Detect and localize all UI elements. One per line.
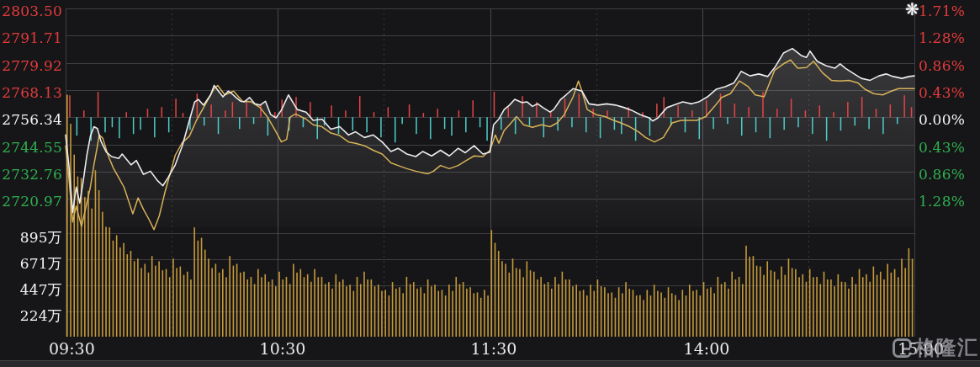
gelonghui-logo-icon <box>893 338 912 358</box>
time-axis-label: 09:30 <box>49 341 95 357</box>
price-axis-label: 2756.34 <box>2 113 62 127</box>
volume-axis-label: 671万 <box>2 257 62 271</box>
pct-axis-label: 0.43% <box>919 86 965 100</box>
gelonghui-watermark-text: 格隆汇 <box>915 334 978 361</box>
price-axis-label: 2791.71 <box>2 31 62 45</box>
price-axis-label: 2744.55 <box>2 141 62 155</box>
price-axis-label: 2720.97 <box>2 194 62 209</box>
chart-canvas[interactable] <box>0 0 980 367</box>
pct-axis-label: 0.43% <box>919 141 965 155</box>
pct-axis-label: 0.00% <box>919 113 965 127</box>
time-axis-label: 11:30 <box>460 341 527 357</box>
gelonghui-watermark: 格隆汇 <box>893 334 978 361</box>
bottom-strip <box>0 360 980 367</box>
price-axis-label: 2779.92 <box>2 59 62 73</box>
price-axis-label: 2803.50 <box>2 4 62 19</box>
time-axis-label: 10:30 <box>249 341 316 357</box>
snowflake-icon: ❋ <box>905 0 919 19</box>
pct-axis-label: 0.86% <box>919 59 965 73</box>
pct-axis-label: 1.71% <box>919 4 965 19</box>
volume-axis-label: 224万 <box>2 309 62 323</box>
pct-axis-label: 0.86% <box>919 168 965 182</box>
price-axis-label: 2732.76 <box>2 168 62 182</box>
volume-axis-label: 447万 <box>2 283 62 297</box>
intraday-stock-chart: 2803.501.71%2791.711.28%2779.920.86%2768… <box>0 0 980 367</box>
logo-bar <box>903 348 910 350</box>
time-axis-label: 14:00 <box>673 341 740 357</box>
pct-axis-label: 1.28% <box>919 31 965 45</box>
volume-axis-label: 895万 <box>2 231 62 245</box>
pct-axis-label: 1.28% <box>919 194 965 209</box>
price-axis-label: 2768.13 <box>2 86 62 100</box>
